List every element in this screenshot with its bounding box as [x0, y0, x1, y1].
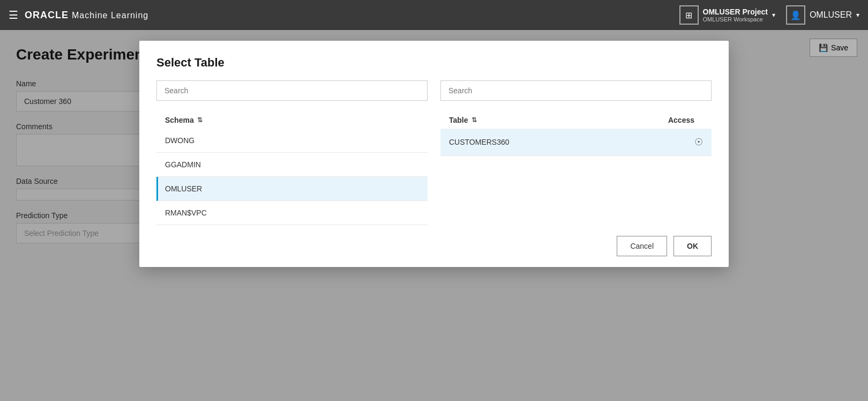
access-col-header: Access: [668, 116, 703, 124]
hamburger-icon[interactable]: ☰: [9, 9, 18, 21]
project-selector[interactable]: ⊞ OMLUSER Project OMLUSER Workspace ▾: [679, 5, 775, 25]
tables-row: Schema ⇅ DWONG GGADMIN OMLUSER RMAN$VPC …: [156, 112, 712, 225]
user-name: OMLUSER: [810, 10, 852, 20]
schema-col-label: Schema: [165, 116, 194, 124]
nav-left: ☰ ORACLE Machine Learning: [9, 9, 148, 21]
modal-overlay: Select Table Schema ⇅: [0, 30, 868, 401]
project-text: OMLUSER Project OMLUSER Workspace: [703, 8, 768, 23]
modal-header: Select Table: [139, 41, 729, 80]
oracle-logo: ORACLE Machine Learning: [25, 10, 148, 21]
schema-item-omluser[interactable]: OMLUSER: [156, 177, 428, 201]
table-sort-icon[interactable]: ⇅: [472, 116, 477, 124]
schema-sort-icon[interactable]: ⇅: [197, 116, 203, 124]
access-check-icon: ☉: [694, 136, 703, 148]
workspace-name: OMLUSER Workspace: [703, 16, 768, 23]
table-item-customers360[interactable]: CUSTOMERS360 ☉: [440, 129, 712, 156]
project-chevron-icon: ▾: [772, 11, 775, 19]
table-search-input[interactable]: [440, 80, 712, 101]
table-col-header: Table ⇅: [449, 116, 477, 124]
ok-button[interactable]: OK: [674, 236, 712, 256]
nav-right: ⊞ OMLUSER Project OMLUSER Workspace ▾ 👤 …: [679, 5, 859, 25]
table-header: Table ⇅ Access: [440, 112, 712, 129]
schema-item-dwong[interactable]: DWONG: [156, 129, 428, 153]
schema-header: Schema ⇅: [156, 112, 428, 129]
user-avatar-icon: 👤: [786, 5, 805, 25]
project-name: OMLUSER Project: [703, 8, 768, 16]
user-chevron-icon: ▾: [856, 11, 859, 19]
modal-title: Select Table: [156, 56, 712, 70]
modal-body: Schema ⇅ DWONG GGADMIN OMLUSER RMAN$VPC …: [139, 80, 729, 225]
schema-search-wrap: [156, 80, 428, 101]
schema-panel: Schema ⇅ DWONG GGADMIN OMLUSER RMAN$VPC: [156, 112, 428, 225]
table-list: CUSTOMERS360 ☉: [440, 129, 712, 225]
search-row: [156, 80, 712, 101]
top-navigation: ☰ ORACLE Machine Learning ⊞ OMLUSER Proj…: [0, 0, 868, 30]
user-menu[interactable]: 👤 OMLUSER ▾: [786, 5, 859, 25]
schema-search-input[interactable]: [156, 80, 428, 101]
modal-footer: Cancel OK: [139, 225, 729, 267]
table-panel: Table ⇅ Access CUSTOMERS360 ☉: [440, 112, 712, 225]
schema-item-ggadmin[interactable]: GGADMIN: [156, 153, 428, 177]
cancel-button[interactable]: Cancel: [617, 236, 667, 256]
select-table-modal: Select Table Schema ⇅: [139, 41, 729, 267]
schema-item-rmanvpc[interactable]: RMAN$VPC: [156, 201, 428, 225]
project-icon: ⊞: [679, 5, 699, 25]
table-item-name: CUSTOMERS360: [449, 138, 694, 146]
schema-list: DWONG GGADMIN OMLUSER RMAN$VPC: [156, 129, 428, 225]
table-search-wrap: [440, 80, 712, 101]
table-col-label: Table: [449, 116, 468, 124]
